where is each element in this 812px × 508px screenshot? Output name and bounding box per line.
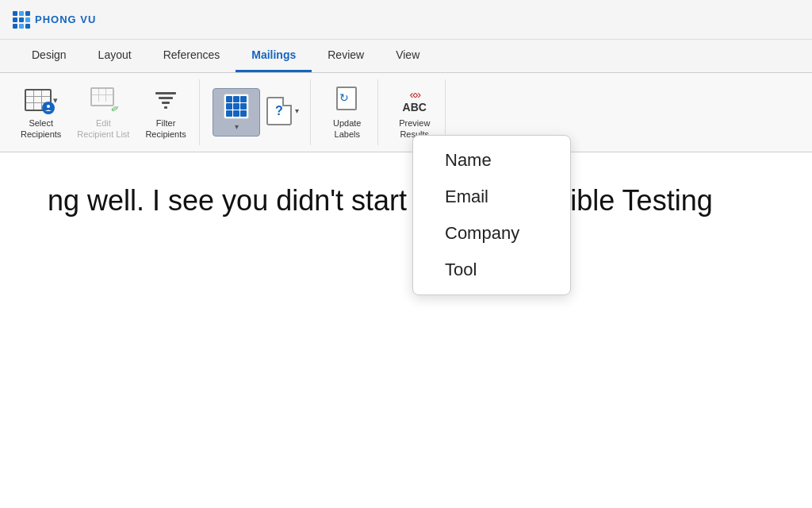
preview-arrows-icon: «» [409,87,419,101]
question-doc-icon: ? [266,97,292,125]
toolbar-group-labels: ↻ UpdateLabels [317,79,378,145]
dropdown-menu: Name Email Company Tool [412,135,571,295]
preview-icon-container: «» ABC [400,85,430,115]
logo-area: PHONG VU [13,11,96,29]
filter-icon [155,89,177,111]
logo-icon [13,11,30,29]
filter-recipients-button[interactable]: FilterRecipients [139,82,192,142]
refresh-icon: ↻ [339,91,349,104]
tab-references[interactable]: References [147,40,236,72]
select-recipients-icon [25,89,52,111]
rules-icon-area: ? ▾ [266,97,299,125]
merge-field-icon [224,94,249,119]
dropdown-item-email[interactable]: Email [413,179,570,215]
filter-recipients-icon-container [151,85,181,115]
logo-text: PHONG VU [35,13,96,25]
document-text: ng well. I see you didn't start using In… [48,184,764,217]
document-area: ng well. I see you didn't start using In… [0,152,812,249]
update-labels-label: UpdateLabels [333,118,361,139]
edit-recipient-label: EditRecipient List [77,118,129,139]
dropdown-item-company[interactable]: Company [413,215,570,252]
toolbar-group-merge: ▾ ? ▾ [206,79,311,145]
rules-dropdown-arrow: ▾ [295,106,299,115]
toolbar-group-recipients: ▾ SelectRecipients ✏ [8,79,200,145]
update-labels-icon-container: ↻ [332,85,362,115]
edit-recipient-icon: ✏ [90,87,116,113]
preview-results-button[interactable]: «» ABC PreviewResults [391,82,439,142]
preview-results-icon: «» ABC [400,86,430,114]
ribbon-toolbar: ▾ SelectRecipients ✏ [0,73,812,152]
select-recipients-button[interactable]: ▾ SelectRecipients [14,82,67,142]
preview-abc-text: ABC [403,101,427,114]
header: PHONG VU [0,0,812,40]
edit-recipient-icon-container: ✏ [88,85,118,115]
tab-review[interactable]: Review [312,40,380,72]
select-recipients-icon-container: ▾ [26,85,56,115]
tab-layout[interactable]: Layout [82,40,147,72]
rules-button[interactable]: ? ▾ [262,92,304,133]
pencil-icon: ✏ [109,102,122,116]
ribbon-tabs: Design Layout References Mailings Review… [0,40,812,73]
tab-design[interactable]: Design [16,40,82,72]
dropdown-item-name[interactable]: Name [413,142,570,179]
update-labels-button[interactable]: ↻ UpdateLabels [324,82,371,142]
update-labels-icon: ↻ [335,87,360,114]
select-recipients-label: SelectRecipients [21,118,61,139]
tab-mailings[interactable]: Mailings [236,40,312,72]
person-badge-icon [42,102,55,114]
svg-point-0 [47,105,50,108]
tab-view[interactable]: View [380,40,435,72]
merge-dropdown-arrow: ▾ [235,122,239,131]
filter-recipients-label: FilterRecipients [145,118,186,139]
dropdown-item-tool[interactable]: Tool [413,252,570,288]
merge-field-button[interactable]: ▾ [213,88,260,137]
edit-recipient-list-button[interactable]: ✏ EditRecipient List [71,82,136,142]
